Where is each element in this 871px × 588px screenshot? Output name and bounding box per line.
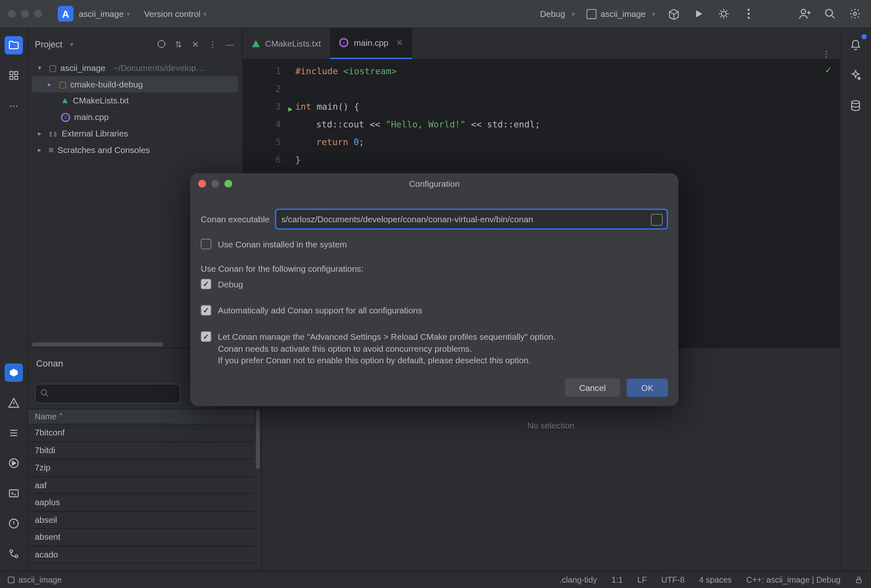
list-item[interactable]: 7bitconf bbox=[28, 424, 254, 442]
status-context[interactable]: C++: ascii_image | Debug bbox=[746, 575, 840, 584]
folder-icon: ▢ bbox=[49, 63, 56, 73]
version-control-menu[interactable]: Version control bbox=[144, 9, 200, 19]
debug-checkbox[interactable] bbox=[201, 279, 211, 289]
locate-icon[interactable] bbox=[155, 38, 167, 50]
svg-point-16 bbox=[158, 40, 165, 47]
close-window-icon[interactable] bbox=[8, 10, 16, 18]
list-item[interactable]: 7bitdi bbox=[28, 442, 254, 459]
structure-tool-icon[interactable] bbox=[5, 66, 23, 85]
minimize-window-icon[interactable] bbox=[21, 10, 29, 18]
browse-icon[interactable] bbox=[651, 214, 663, 226]
run-config-selector[interactable]: Debug ▾ bbox=[540, 9, 575, 19]
chevron-down-icon[interactable]: ▾ bbox=[203, 10, 207, 18]
dialog-close-icon[interactable] bbox=[198, 180, 206, 188]
notifications-icon[interactable] bbox=[846, 36, 865, 55]
status-eol[interactable]: LF bbox=[637, 575, 647, 584]
run-target-selector[interactable]: ascii_image ▾ bbox=[587, 9, 656, 19]
tab-label: main.cpp bbox=[354, 38, 388, 47]
tree-node-build[interactable]: ▸ ▢ cmake-build-debug bbox=[32, 76, 238, 93]
tab-cmakelists[interactable]: CMakeLists.txt bbox=[243, 28, 330, 59]
gutter-run-icon[interactable]: ▶ bbox=[288, 100, 293, 118]
cmake-icon bbox=[62, 98, 68, 103]
svg-point-14 bbox=[10, 550, 12, 552]
more-icon[interactable] bbox=[742, 7, 755, 21]
conan-tool-icon[interactable] bbox=[5, 363, 23, 382]
lock-icon[interactable] bbox=[855, 576, 863, 583]
list-item[interactable]: acado bbox=[28, 546, 254, 563]
svg-point-6 bbox=[853, 12, 856, 15]
hide-icon[interactable]: — bbox=[224, 38, 236, 50]
debug-icon[interactable] bbox=[717, 7, 730, 21]
v-scrollbar[interactable] bbox=[254, 409, 261, 571]
chevron-down-icon[interactable]: ▾ bbox=[70, 40, 73, 48]
exe-path-value: s/carlosz/Documents/developer/conan/cona… bbox=[281, 214, 533, 224]
problems-tool-icon[interactable] bbox=[5, 394, 23, 412]
close-tab-icon[interactable]: ✕ bbox=[396, 38, 403, 47]
tab-main[interactable]: c main.cpp ✕ bbox=[330, 28, 412, 59]
chevron-down-icon[interactable]: ▾ bbox=[38, 64, 45, 72]
conan-search-input[interactable] bbox=[35, 384, 180, 404]
auto-add-checkbox[interactable] bbox=[201, 305, 211, 315]
svg-point-0 bbox=[721, 11, 726, 16]
tree-node-external[interactable]: ▸ ⫾⫾ External Libraries bbox=[32, 125, 238, 142]
todo-tool-icon[interactable] bbox=[5, 424, 23, 442]
exe-path-input[interactable]: s/carlosz/Documents/developer/conan/cona… bbox=[275, 209, 668, 230]
tree-node-main[interactable]: c main.cpp bbox=[32, 109, 238, 125]
dialog-zoom-icon[interactable] bbox=[224, 180, 232, 188]
list-item[interactable]: aaf bbox=[28, 477, 254, 494]
search-icon[interactable] bbox=[824, 7, 837, 21]
tab-more-icon[interactable]: ⋮ bbox=[822, 49, 831, 59]
more-tool-icon[interactable]: ⋯ bbox=[5, 96, 23, 115]
chevron-right-icon[interactable]: ▸ bbox=[38, 146, 45, 154]
tree-node-root[interactable]: ▾ ▢ ascii_image ~/Documents/develop… bbox=[32, 60, 238, 76]
expand-icon[interactable]: ⇅ bbox=[172, 38, 184, 50]
list-item[interactable]: absent bbox=[28, 529, 254, 546]
cancel-button[interactable]: Cancel bbox=[565, 379, 620, 397]
collapse-icon[interactable]: ✕ bbox=[190, 38, 202, 50]
list-item[interactable]: abseil bbox=[28, 511, 254, 529]
status-project[interactable]: ascii_image bbox=[19, 575, 62, 584]
ok-button[interactable]: OK bbox=[627, 379, 668, 397]
project-name[interactable]: ascii_image bbox=[79, 9, 124, 19]
chevron-down-icon[interactable]: ▾ bbox=[127, 10, 130, 18]
tree-node-scratches[interactable]: ▸ ≡ Scratches and Consoles bbox=[32, 142, 238, 158]
status-encoding[interactable]: UTF-8 bbox=[661, 575, 685, 584]
svg-rect-12 bbox=[9, 490, 18, 497]
advanced-checkbox[interactable] bbox=[201, 331, 211, 341]
database-icon[interactable] bbox=[846, 96, 865, 115]
tree-label: cmake-build-debug bbox=[70, 80, 143, 89]
left-tool-rail: ⋯ bbox=[0, 28, 28, 571]
project-tree[interactable]: ▾ ▢ ascii_image ~/Documents/develop… ▸ ▢… bbox=[28, 60, 242, 158]
project-tool-icon[interactable] bbox=[5, 36, 23, 55]
package-list[interactable]: 7bitconf 7bitdi 7zip aaf aaplus abseil a… bbox=[28, 424, 254, 571]
ai-assistant-icon[interactable] bbox=[846, 66, 865, 85]
use-system-checkbox[interactable] bbox=[201, 239, 211, 249]
chevron-right-icon[interactable]: ▸ bbox=[48, 81, 54, 88]
tree-label: External Libraries bbox=[62, 129, 128, 139]
status-indicator-icon[interactable] bbox=[8, 576, 14, 583]
settings-icon[interactable] bbox=[848, 7, 862, 21]
svg-point-15 bbox=[15, 555, 18, 557]
event-log-tool-icon[interactable] bbox=[5, 514, 23, 533]
more-icon[interactable]: ⋮ bbox=[207, 38, 219, 50]
tree-path: ~/Documents/develop… bbox=[113, 63, 205, 73]
services-tool-icon[interactable] bbox=[5, 454, 23, 473]
status-indent[interactable]: 4 spaces bbox=[699, 575, 732, 584]
tree-node-cmake[interactable]: CMakeLists.txt bbox=[32, 92, 238, 109]
run-icon[interactable] bbox=[692, 7, 705, 21]
terminal-tool-icon[interactable] bbox=[5, 484, 23, 503]
vcs-tool-icon[interactable] bbox=[5, 545, 23, 563]
run-config-label: Debug bbox=[540, 9, 565, 19]
status-caret-pos[interactable]: 1:1 bbox=[612, 575, 623, 584]
list-item[interactable]: 7zip bbox=[28, 459, 254, 477]
build-icon[interactable] bbox=[667, 7, 680, 21]
svg-rect-20 bbox=[857, 579, 861, 583]
name-column-header[interactable]: Name ˄ bbox=[28, 409, 254, 424]
svg-point-19 bbox=[852, 101, 859, 103]
list-item[interactable]: aaplus bbox=[28, 494, 254, 511]
chevron-right-icon[interactable]: ▸ bbox=[38, 130, 45, 137]
status-clang[interactable]: .clang-tidy bbox=[560, 575, 597, 584]
inspection-ok-icon[interactable]: ✓ bbox=[825, 65, 832, 75]
collab-icon[interactable] bbox=[798, 7, 812, 21]
zoom-window-icon[interactable] bbox=[34, 10, 42, 18]
